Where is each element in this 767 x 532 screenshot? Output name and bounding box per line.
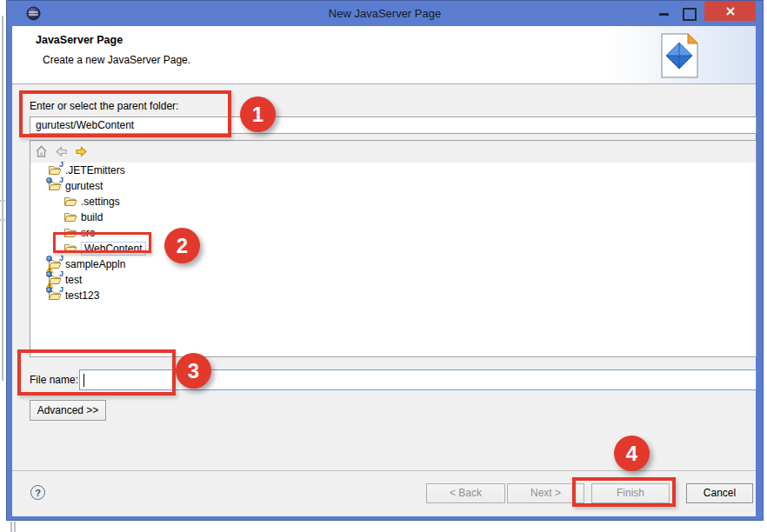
page-title: JavaServer Page	[36, 34, 123, 46]
tree-item-test[interactable]: J test	[30, 272, 756, 288]
minimize-button[interactable]	[652, 1, 677, 22]
annotation-badge-1: 1	[240, 96, 276, 132]
annotation-box-finish	[572, 477, 676, 507]
screen: New JavaServer Page JavaServer Page Crea…	[0, 0, 767, 532]
cancel-button[interactable]: Cancel	[686, 483, 753, 503]
tree-item-label: .JETEmitters	[65, 164, 125, 176]
tree-item-sampleappln[interactable]: J sampleAppln	[30, 256, 756, 272]
new-jsp-dialog: New JavaServer Page JavaServer Page Crea…	[6, 0, 764, 521]
background-window-edge	[14, 522, 16, 532]
background-window-edge	[10, 522, 12, 532]
footer-separator	[12, 470, 756, 471]
help-button[interactable]: ?	[30, 485, 45, 500]
tree-item-label: gurutest	[65, 180, 103, 192]
background-window-edge	[0, 200, 5, 202]
tree-item-jetemitters[interactable]: J .JETEmitters	[30, 163, 756, 178]
annotation-badge-4: 4	[614, 436, 650, 471]
background-window-edge	[2, 16, 3, 381]
close-button[interactable]	[704, 1, 756, 21]
tree-item-test123[interactable]: J test123	[30, 288, 756, 303]
tree-item-label: sampleAppln	[65, 258, 125, 270]
back-arrow-icon[interactable]	[54, 144, 69, 159]
tree-item-gurutest[interactable]: J gurutest	[30, 178, 756, 194]
advanced-button[interactable]: Advanced >>	[30, 400, 106, 421]
titlebar[interactable]: New JavaServer Page	[7, 1, 763, 26]
window-title: New JavaServer Page	[7, 7, 763, 20]
page-subtitle: Create a new JavaServer Page.	[43, 54, 190, 66]
folder-icon	[63, 210, 77, 224]
tree-item-label: .settings	[81, 196, 120, 208]
annotation-box-file-name	[17, 349, 176, 396]
annotation-box-webcontent	[53, 232, 151, 253]
annotation-badge-2: 2	[164, 228, 200, 263]
folder-icon	[63, 195, 77, 209]
web-project-folder-icon: J	[48, 179, 62, 193]
maximize-button[interactable]	[677, 1, 701, 22]
back-button[interactable]: < Back	[426, 483, 505, 503]
wizard-header: JavaServer Page Create a new JavaServer …	[12, 26, 756, 84]
forward-arrow-icon[interactable]	[74, 144, 89, 159]
background-window-edge	[0, 219, 5, 221]
tree-toolbar	[30, 141, 756, 163]
home-icon[interactable]	[34, 144, 49, 159]
close-icon	[725, 6, 736, 17]
jsp-file-icon	[657, 32, 702, 80]
tree-item-label: build	[81, 211, 103, 223]
tree-item-settings[interactable]: .settings	[30, 194, 756, 209]
annotation-badge-3: 3	[176, 353, 211, 389]
annotation-box-parent-folder	[19, 90, 231, 137]
tree-item-build[interactable]: build	[30, 209, 756, 225]
tree-item-label: test	[65, 274, 82, 286]
tree-item-label: test123	[65, 289, 99, 302]
web-project-folder-icon: J	[48, 289, 62, 303]
